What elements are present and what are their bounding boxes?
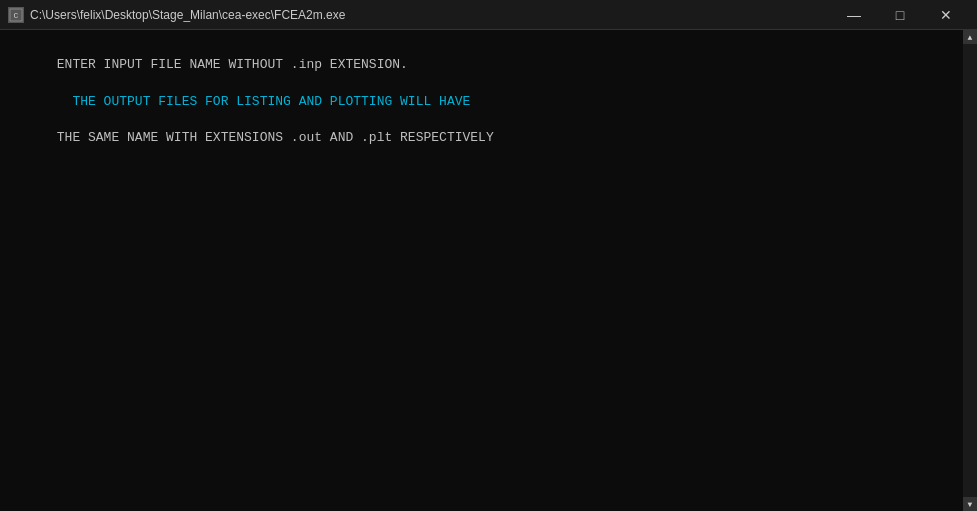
scrollbar-right[interactable]: ▲ ▼ <box>963 30 977 511</box>
minimize-button[interactable]: — <box>831 0 877 30</box>
console-area: ENTER INPUT FILE NAME WITHOUT .inp EXTEN… <box>0 30 977 511</box>
scroll-down-arrow[interactable]: ▼ <box>963 497 977 511</box>
app-icon: C <box>8 7 24 23</box>
svg-text:C: C <box>14 11 19 20</box>
title-bar: C C:\Users\felix\Desktop\Stage_Milan\cea… <box>0 0 977 30</box>
maximize-button[interactable]: □ <box>877 0 923 30</box>
window-controls: — □ ✕ <box>831 0 969 30</box>
close-button[interactable]: ✕ <box>923 0 969 30</box>
window-title: C:\Users\felix\Desktop\Stage_Milan\cea-e… <box>30 8 823 22</box>
scroll-up-arrow[interactable]: ▲ <box>963 30 977 44</box>
console-output: ENTER INPUT FILE NAME WITHOUT .inp EXTEN… <box>10 38 967 165</box>
window: C C:\Users\felix\Desktop\Stage_Milan\cea… <box>0 0 977 511</box>
console-line-1: ENTER INPUT FILE NAME WITHOUT .inp EXTEN… <box>57 57 408 72</box>
console-line-3: THE SAME NAME WITH EXTENSIONS .out AND .… <box>57 130 494 145</box>
console-line-2: THE OUTPUT FILES FOR LISTING AND PLOTTIN… <box>57 94 470 109</box>
